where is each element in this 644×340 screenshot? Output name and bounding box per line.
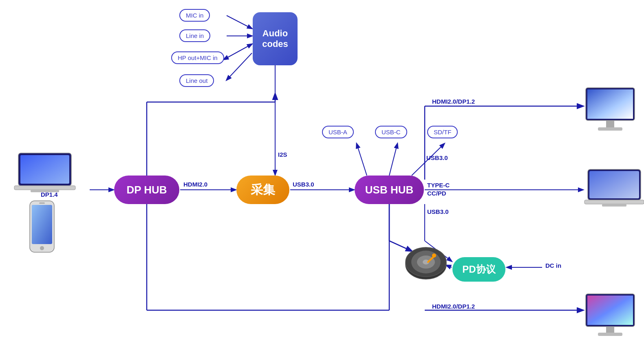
label-cc-pd: CC/PD [427,190,446,197]
svg-rect-31 [14,186,75,190]
svg-line-12 [389,144,397,176]
svg-rect-41 [598,127,622,131]
pdprotocol-label: PD协议 [462,263,495,276]
pill-hp-out-mic-in: HP out+MIC in [171,51,224,64]
svg-line-0 [227,16,252,29]
label-hdmi-dp-top: HDMI2.0/DP1.2 [432,98,475,105]
monitor-bottom [584,292,637,338]
svg-rect-54 [587,296,633,325]
usbhub-node: USB HUB [355,176,424,204]
label-usb3-down: USB3.0 [427,208,449,215]
pill-line-out: Line out [179,74,214,87]
label-type-c-right: TYPE-C [427,182,450,189]
svg-rect-55 [606,327,614,333]
pill-mic-in: MIC in [179,9,210,22]
svg-rect-44 [584,200,644,204]
pill-usb-c: USB-C [375,126,407,138]
laptop-device [12,151,77,198]
svg-rect-43 [589,171,639,198]
svg-rect-32 [31,190,59,192]
svg-line-11 [357,144,367,176]
audiocodes-label: Audio codes [253,28,298,50]
label-usb3-main: USB3.0 [293,181,314,188]
dphub-label: DP HUB [126,184,167,196]
svg-rect-35 [32,205,52,244]
dphub-node: DP HUB [114,176,179,204]
label-hdmi-dp-bottom: HDMI2.0/DP1.2 [432,303,475,310]
label-i2s: I2S [278,151,287,158]
svg-line-3 [227,53,252,80]
svg-point-36 [40,246,44,250]
label-dc-in-right: DC in [545,262,561,269]
pill-usb-a: USB-A [322,126,354,138]
svg-rect-40 [606,121,614,127]
pill-sd-tf: SD/TF [427,126,458,138]
svg-rect-45 [602,204,626,207]
monitor-top [584,86,637,136]
pill-line-in: Line in [179,29,210,42]
caiji-node: 采集 [236,176,289,204]
caiji-label: 采集 [251,182,275,198]
laptop-right [584,167,644,210]
pdprotocol-node: PD协议 [452,257,505,282]
label-usb3-up: USB3.0 [426,154,448,161]
svg-rect-39 [587,89,633,119]
svg-rect-56 [598,333,622,336]
phone-device [28,200,56,255]
svg-line-2 [227,44,252,58]
label-hdmi2-main: HDMI2.0 [183,181,207,188]
usbhub-label: USB HUB [365,184,413,196]
svg-rect-30 [20,155,69,184]
diagram: Audio codes DP HUB 采集 USB HUB PD协议 MIC i… [0,0,644,340]
hdd-device [404,244,448,282]
arrows-svg [0,0,644,340]
svg-rect-37 [39,202,45,204]
svg-point-52 [432,253,436,258]
audiocodes-node: Audio codes [253,12,298,65]
